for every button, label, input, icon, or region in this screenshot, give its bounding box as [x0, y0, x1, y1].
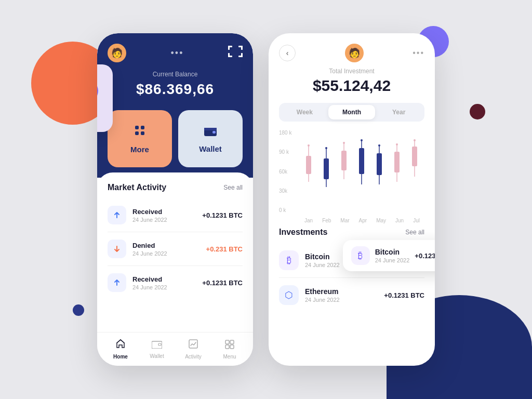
- y-label: 60k: [279, 169, 298, 175]
- svg-rect-18: [225, 340, 229, 344]
- wallet-button[interactable]: Wallet: [178, 110, 243, 167]
- svg-point-36: [308, 144, 310, 147]
- x-label: May: [376, 218, 386, 223]
- tx-name: Received: [132, 208, 196, 216]
- coin-info: Ethereum 24 June 2022: [305, 287, 378, 303]
- svg-point-41: [396, 143, 398, 145]
- y-label: 180 k: [279, 130, 298, 136]
- coin-name: Ethereum: [305, 287, 378, 296]
- chart-container: 180 k 90 k 60k 30k 0 k: [279, 130, 424, 223]
- tx-date: 24 June 2022: [132, 284, 196, 290]
- nav-label-menu: Menu: [223, 354, 236, 360]
- svg-rect-9: [141, 126, 144, 129]
- coin-date: 24 June 2022: [305, 297, 378, 303]
- tx-amount: +0.231 BTC: [206, 245, 243, 253]
- action-row: More Wallet: [97, 110, 253, 178]
- back-button[interactable]: ‹: [279, 45, 296, 61]
- nav-item-home[interactable]: Home: [102, 339, 139, 360]
- nav-label-home: Home: [113, 354, 128, 360]
- svg-rect-3: [241, 46, 243, 50]
- svg-rect-17: [189, 340, 197, 348]
- investments-section: Investments See all ₿ Bitcoin 24 June 20…: [279, 228, 424, 366]
- phone1-topbar: 🧑 •••: [108, 44, 243, 62]
- avatar[interactable]: 🧑: [108, 44, 126, 62]
- svg-rect-8: [135, 126, 139, 129]
- svg-rect-25: [324, 158, 329, 179]
- bitcoin-row-wrapper: ₿ Bitcoin 24 June 2022 +0.1231 BTC ₿ Bit…: [279, 245, 424, 275]
- svg-rect-35: [412, 147, 417, 166]
- tx-received-icon: [108, 206, 126, 224]
- investment-amount: $55.124,42: [279, 77, 424, 95]
- svg-rect-23: [306, 156, 311, 174]
- avatar[interactable]: 🧑: [345, 44, 364, 62]
- investments-see-all[interactable]: See all: [405, 229, 424, 236]
- phone1-header: 🧑 ••• Current Balance: [97, 33, 253, 110]
- tx-date: 24 June 2022: [132, 250, 200, 257]
- svg-rect-31: [377, 153, 382, 175]
- scan-icon[interactable]: [228, 46, 243, 60]
- wallet-icon: [204, 125, 217, 139]
- investment-item-ethereum[interactable]: ⬡ Ethereum 24 June 2022 +0.1231 BTC: [279, 280, 424, 310]
- investments-title: Investments: [279, 228, 327, 237]
- x-label: Jul: [413, 218, 420, 223]
- nav-item-wallet[interactable]: Wallet: [139, 339, 175, 359]
- more-button[interactable]: More: [108, 110, 172, 167]
- tx-denied-icon: [108, 240, 126, 258]
- nav-label-activity: Activity: [185, 354, 202, 360]
- market-activity-header: Market Activity See all: [108, 183, 243, 192]
- svg-rect-14: [212, 131, 216, 134]
- nav-label-wallet: Wallet: [150, 353, 164, 359]
- svg-rect-16: [158, 343, 161, 345]
- svg-rect-33: [394, 152, 400, 172]
- nav-activity-icon: [188, 339, 198, 352]
- svg-rect-15: [152, 341, 162, 349]
- phone2: ‹ 🧑 ••• Total Investment $55.124,42 Week…: [269, 33, 435, 366]
- wallet-label: Wallet: [199, 144, 222, 153]
- svg-rect-7: [241, 53, 243, 57]
- nav-item-activity[interactable]: Activity: [175, 339, 211, 360]
- y-label: 30k: [279, 188, 298, 194]
- tx-info: Received 24 June 2022: [132, 208, 196, 223]
- svg-rect-13: [204, 128, 217, 130]
- tooltip-coin-date: 24 June 2022: [375, 257, 410, 263]
- svg-rect-1: [228, 46, 230, 50]
- chart-y-labels: 180 k 90 k 60k 30k 0 k: [279, 130, 298, 213]
- phones-wrapper: Send 🧑 •••: [97, 33, 435, 366]
- svg-point-37: [325, 147, 327, 149]
- x-label: Apr: [359, 218, 367, 223]
- phone2-content: Total Investment $55.124,42 Week Month Y…: [269, 68, 435, 366]
- svg-rect-29: [359, 148, 364, 174]
- svg-rect-5: [228, 53, 230, 57]
- nav-item-menu[interactable]: Menu: [211, 339, 248, 360]
- tab-month[interactable]: Month: [328, 105, 376, 119]
- tooltip-coin-value: +0.1231 BTC: [415, 252, 435, 260]
- more-label: More: [130, 145, 149, 154]
- tx-name: Denied: [132, 242, 200, 249]
- more-icon: [134, 124, 146, 140]
- home-icon: [115, 339, 126, 352]
- tx-name: Received: [132, 275, 196, 283]
- balance-label: Current Balance: [108, 71, 243, 78]
- tab-week[interactable]: Week: [281, 105, 328, 119]
- tab-year[interactable]: Year: [375, 105, 422, 119]
- market-activity-title: Market Activity: [108, 183, 166, 192]
- bitcoin-tooltip: ₿ Bitcoin 24 June 2022 +0.1231 BTC: [343, 240, 435, 271]
- svg-point-38: [343, 142, 345, 144]
- market-activity-see-all[interactable]: See all: [223, 184, 243, 191]
- tooltip-coin-name: Bitcoin: [375, 248, 410, 256]
- candlestick-chart: [300, 130, 424, 213]
- balance-amount: $86.369,66: [108, 81, 243, 98]
- send-icon: [97, 79, 98, 102]
- nav-wallet-icon: [152, 339, 162, 351]
- tx-amount: +0.1231 BTC: [202, 279, 243, 287]
- more-options-icon[interactable]: •••: [413, 48, 424, 58]
- svg-rect-27: [341, 151, 347, 170]
- tooltip-coin-info: Bitcoin 24 June 2022: [375, 248, 410, 263]
- x-label: Feb: [322, 218, 331, 223]
- tx-amount: +0.1231 BTC: [202, 211, 243, 219]
- tx-info: Denied 24 June 2022: [132, 242, 200, 257]
- market-activity-section: Market Activity See all Received 24 June…: [97, 172, 253, 332]
- coin-value: +0.1231 BTC: [384, 291, 424, 299]
- send-button[interactable]: Send: [97, 64, 113, 132]
- more-options-icon[interactable]: •••: [171, 48, 184, 59]
